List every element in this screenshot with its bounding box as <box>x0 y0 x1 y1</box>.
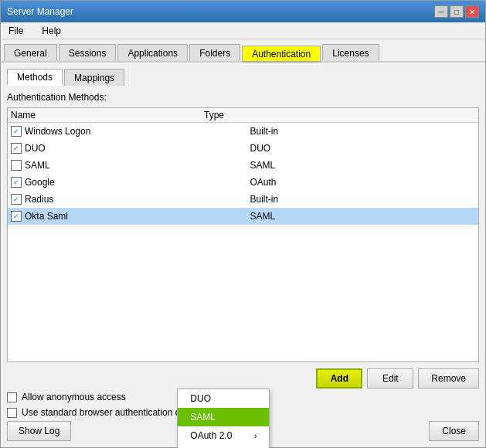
submenu-arrow-icon: › <box>254 432 257 440</box>
sub-tab-methods[interactable]: Methods <box>7 69 63 86</box>
show-log-button[interactable]: Show Log <box>7 421 71 441</box>
sub-tab-mappings[interactable]: Mappings <box>64 69 124 86</box>
dropdown-item-label: OAuth 2.0 <box>190 430 232 441</box>
tab-authentication[interactable]: Authentication <box>242 46 321 63</box>
row-type: SAML <box>250 160 476 171</box>
table-row[interactable]: Okta SamlSAML <box>8 208 478 225</box>
dropdown-item[interactable]: External DLL <box>178 445 269 448</box>
row-type: DUO <box>250 143 476 154</box>
col-header-type: Type <box>204 110 475 120</box>
dropdown-item-label: SAML <box>190 412 216 423</box>
tab-licenses[interactable]: Licenses <box>322 44 379 61</box>
tab-general[interactable]: General <box>4 44 57 61</box>
close-window-button[interactable]: ✕ <box>465 5 479 18</box>
dropdown-item[interactable]: DUO <box>178 389 269 408</box>
allow-anonymous-label: Allow anonymous access <box>22 392 126 402</box>
table-row[interactable]: GoogleOAuth <box>8 174 478 191</box>
row-checkbox[interactable] <box>11 126 22 137</box>
minimize-button[interactable]: ─ <box>434 5 448 18</box>
server-manager-window: Server Manager ─ □ ✕ File Help General S… <box>0 0 486 448</box>
row-name: Okta Saml <box>25 211 250 222</box>
section-label: Authentication Methods: <box>7 92 479 103</box>
maximize-button[interactable]: □ <box>450 5 464 18</box>
row-checkbox[interactable] <box>11 160 22 171</box>
row-name: Radius <box>25 194 250 205</box>
row-type: Built-in <box>250 194 476 205</box>
title-bar-controls: ─ □ ✕ <box>434 5 479 18</box>
sub-tabs: Methods Mappings <box>7 69 479 86</box>
row-checkbox[interactable] <box>11 143 22 154</box>
table-header: Name Type <box>8 108 478 123</box>
row-type: OAuth <box>250 177 476 188</box>
table-row[interactable]: Windows LogonBuilt-in <box>8 123 478 140</box>
dropdown-item-label: DUO <box>190 393 211 404</box>
main-content: Methods Mappings Authentication Methods:… <box>1 63 485 447</box>
row-checkbox[interactable] <box>11 177 22 188</box>
row-type: SAML <box>250 211 476 222</box>
allow-anonymous-checkbox[interactable] <box>7 392 17 402</box>
table-row[interactable]: SAMLSAML <box>8 157 478 174</box>
tab-folders[interactable]: Folders <box>189 44 240 61</box>
row-name: Google <box>25 177 250 188</box>
menu-help[interactable]: Help <box>37 24 66 38</box>
close-button[interactable]: Close <box>429 421 479 441</box>
title-bar: Server Manager ─ □ ✕ <box>1 1 485 22</box>
tab-applications[interactable]: Applications <box>117 44 188 61</box>
tab-sessions[interactable]: Sessions <box>59 44 117 61</box>
row-name: Windows Logon <box>25 126 250 137</box>
action-buttons-row: Add DUOSAMLOAuth 2.0›External DLL Edit R… <box>7 368 479 389</box>
menu-bar: File Help <box>1 22 485 39</box>
col-header-name: Name <box>11 110 204 120</box>
row-name: DUO <box>25 143 250 154</box>
window-title: Server Manager <box>7 6 73 17</box>
dropdown-item[interactable]: OAuth 2.0› <box>178 426 269 445</box>
add-dropdown-menu: DUOSAMLOAuth 2.0›External DLL <box>177 389 270 448</box>
table-body: Windows LogonBuilt-inDUODUOSAMLSAMLGoogl… <box>8 123 478 225</box>
menu-file[interactable]: File <box>4 24 28 38</box>
auth-methods-table: Name Type Windows LogonBuilt-inDUODUOSAM… <box>7 107 479 362</box>
row-checkbox[interactable] <box>11 211 22 222</box>
use-standard-browser-checkbox[interactable] <box>7 408 17 418</box>
use-standard-browser-label: Use standard browser authentication dial… <box>22 407 200 418</box>
remove-button[interactable]: Remove <box>418 368 479 389</box>
add-button-container: Add DUOSAMLOAuth 2.0›External DLL <box>316 368 362 389</box>
tabs-bar: General Sessions Applications Folders Au… <box>1 39 485 63</box>
row-checkbox[interactable] <box>11 194 22 205</box>
dropdown-item[interactable]: SAML <box>178 408 269 426</box>
row-type: Built-in <box>250 126 476 137</box>
table-row[interactable]: RadiusBuilt-in <box>8 191 478 208</box>
add-button[interactable]: Add <box>316 368 362 389</box>
row-name: SAML <box>25 160 250 171</box>
edit-button[interactable]: Edit <box>367 368 413 389</box>
table-row[interactable]: DUODUO <box>8 140 478 157</box>
